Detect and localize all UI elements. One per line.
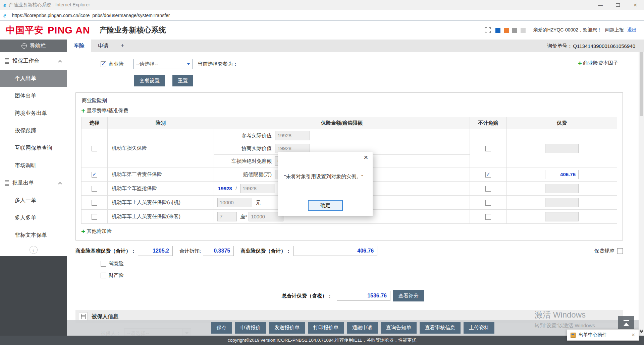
no-deductible-checkbox[interactable] (485, 172, 491, 178)
send-quote-button[interactable]: 发送报价单 (269, 322, 305, 334)
save-button[interactable]: 保存 (211, 322, 232, 334)
property-insurance-checkbox[interactable] (101, 273, 106, 278)
scroll-down-button[interactable] (639, 328, 644, 335)
vertical-scrollbar[interactable] (639, 52, 644, 336)
reference-value-input[interactable] (275, 131, 310, 140)
premium-input[interactable] (545, 212, 579, 221)
theme-swatch-gray[interactable] (512, 28, 517, 33)
quote-number-value: Q113414390001861056940 (573, 43, 635, 49)
seat-count-input[interactable] (217, 212, 237, 221)
row-select-checkbox[interactable] (92, 186, 97, 192)
no-deductible-checkbox[interactable] (485, 146, 491, 151)
business-insurance-label: 商业险 (109, 61, 124, 67)
row-select-checkbox[interactable] (92, 172, 97, 178)
sidebar-item-policy-tracking[interactable]: 投保跟踪 (0, 122, 67, 139)
reset-button[interactable]: 重置 (172, 75, 193, 86)
no-deductible-checkbox[interactable] (485, 200, 491, 206)
plugin-popup-close-icon[interactable]: ✕ (631, 332, 635, 338)
package-row: 商业险 --请选择-- 当前选择套餐为： (101, 59, 639, 69)
discount-label: 合计折扣: (179, 248, 201, 254)
premium-rounding-label: 保费规整 (594, 248, 614, 254)
sidebar-group-policy-workbench[interactable]: 投保工作台 (0, 52, 67, 70)
row-select-checkbox[interactable] (92, 146, 97, 151)
plugin-icon (571, 333, 576, 338)
dialog-message: "未将对象引用设置到对象的实例。" (284, 174, 367, 180)
sidebar-item-nonstandard-policy[interactable]: 非标文本保单 (0, 226, 67, 244)
window-controls: — ✕ (592, 0, 644, 10)
error-dialog: ✕ "未将对象引用设置到对象的实例。" 确定 (278, 152, 373, 216)
theme-swatch-blue[interactable] (495, 28, 500, 33)
ie-browser-icon: e (3, 2, 6, 8)
view-score-button[interactable]: 查看评分 (393, 290, 424, 301)
package-select[interactable]: --请选择-- (133, 59, 193, 69)
sidebar-item-multi-person-single[interactable]: 多人一单 (0, 192, 67, 209)
package-setting-button[interactable]: 套餐设置 (134, 75, 165, 86)
sidebar-item-label: 多人多单 (15, 214, 36, 221)
dialog-ok-button[interactable]: 确定 (308, 200, 343, 211)
show-rate-link[interactable]: + 显示费率/基准保费 (81, 107, 617, 114)
print-quote-button[interactable]: 打印报价单 (308, 322, 344, 334)
row-select-checkbox[interactable] (92, 214, 97, 220)
brand-logo-cn: 中国平安 (6, 24, 44, 36)
sidebar-item-crossborder-issue[interactable]: 跨境业务出单 (0, 105, 67, 122)
user-greeting: 亲爱的HZYQC-00002，欢迎您！ (533, 27, 602, 33)
sidebar-item-internet-policy-query[interactable]: 互联网保单查询 (0, 139, 67, 157)
row-select-checkbox[interactable] (92, 200, 97, 206)
sidebar-item-label: 互联网保单查询 (15, 145, 52, 152)
view-audit-info-button[interactable]: 查看审核信息 (420, 322, 461, 334)
frame-icon[interactable] (485, 27, 491, 33)
maximize-button[interactable] (609, 0, 627, 10)
minimize-button[interactable]: — (592, 0, 609, 10)
theme-swatch-lightgray[interactable] (521, 28, 526, 33)
dialog-close-icon[interactable]: ✕ (364, 155, 368, 160)
tab-vehicle-insurance[interactable]: 车险 (67, 40, 91, 52)
premium-input[interactable] (545, 170, 579, 179)
business-insurance-checkbox[interactable] (101, 61, 106, 67)
tab-label: 车险 (74, 43, 85, 50)
no-deductible-checkbox[interactable] (485, 186, 491, 192)
rate-factor-link[interactable]: + 商业险费率因子 (578, 60, 618, 67)
risk-name: 机动车全车盗抢保险 (108, 182, 214, 196)
copyright-text: copyright©2019 version:ICORE-PNBS1.104.0… (228, 337, 417, 343)
col-select: 选择 (82, 117, 108, 129)
app-title: 产险业务新核心系统 (100, 25, 166, 35)
accommodation-request-button[interactable]: 通融申请 (347, 322, 378, 334)
logout-link[interactable]: 退出 (627, 27, 637, 33)
footer: copyright©2019 version:ICORE-PNBS1.104.0… (0, 336, 644, 345)
premium-rounding-checkbox[interactable] (617, 248, 623, 254)
query-notice-button[interactable]: 查询告知单 (381, 322, 417, 334)
sidebar-item-label: 跨境业务出单 (15, 110, 47, 117)
sidebar-item-label: 多人一单 (15, 197, 36, 204)
back-to-top-icon (624, 320, 629, 321)
sidebar-item-group-issue[interactable]: 团体出单 (0, 87, 67, 105)
property-insurance-label: 财产险 (109, 272, 124, 279)
premium-input[interactable] (545, 184, 579, 193)
tab-application[interactable]: 申请 (91, 40, 115, 52)
sidebar-group-batch-issue[interactable]: 批量出单 (0, 174, 67, 192)
url-field[interactable]: https://icorepnbs.pingan.com.cn/icore_pn… (12, 13, 170, 18)
theft-amount-value: 19928 (218, 186, 232, 191)
driver-accident-checkbox[interactable] (101, 261, 106, 267)
browser-addressbar: e https://icorepnbs.pingan.com.cn/icore_… (0, 10, 644, 21)
upload-files-button[interactable]: 上传资料 (464, 322, 494, 334)
close-button[interactable]: ✕ (627, 0, 644, 10)
theme-swatch-orange[interactable] (504, 28, 509, 33)
tab-add-button[interactable]: + (115, 40, 129, 52)
sidebar-item-market-research[interactable]: 市场调研 (0, 157, 67, 174)
back-to-top-button[interactable] (618, 316, 634, 330)
sidebar-item-personal-issue[interactable]: 个人出单 (0, 70, 67, 87)
theft-amount-input[interactable] (240, 184, 275, 193)
sidebar-item-multi-person-multi[interactable]: 多人多单 (0, 209, 67, 226)
driver-liability-input[interactable] (217, 198, 252, 207)
request-quote-button[interactable]: 申请报价 (235, 322, 266, 334)
no-deductible-checkbox[interactable] (485, 214, 491, 220)
sidebar-collapse-button[interactable]: ‹ (30, 246, 38, 254)
scrollbar-thumb[interactable] (640, 52, 643, 116)
premium-input[interactable] (545, 144, 579, 153)
report-issue-link[interactable]: 问题上报 (605, 27, 624, 33)
sidebar-group-label: 投保工作台 (12, 58, 39, 65)
package-buttons-row: 套餐设置 重置 (134, 75, 639, 86)
premium-input[interactable] (545, 198, 579, 207)
insured-section-title: 被保人信息 (92, 313, 118, 320)
other-addon-link[interactable]: + 其他附加险 (81, 228, 617, 235)
